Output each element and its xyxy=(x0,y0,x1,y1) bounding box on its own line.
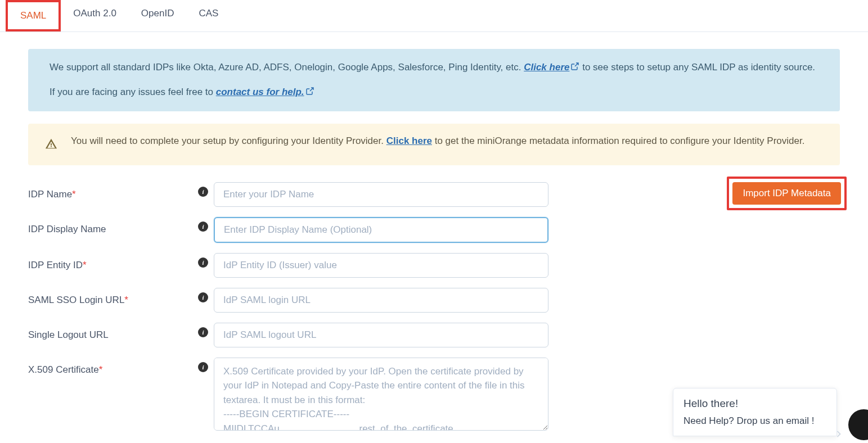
warning-box: You will need to complete your setup by … xyxy=(28,124,840,165)
chat-hello: Hello there! xyxy=(683,397,826,410)
idp-display-name-input[interactable] xyxy=(214,217,548,243)
external-link-icon xyxy=(305,85,314,100)
slo-url-input[interactable] xyxy=(214,323,548,347)
info-icon[interactable]: i xyxy=(198,257,208,268)
idp-entity-id-label: IDP Entity ID xyxy=(28,260,83,270)
warn-text-1: You will need to complete your setup by … xyxy=(71,135,386,146)
chat-message: Need Help? Drop us an email ! xyxy=(683,415,826,427)
chat-popup[interactable]: Hello there! Need Help? Drop us an email… xyxy=(673,388,837,436)
info-box: We support all standard IDPs like Okta, … xyxy=(28,49,840,111)
warning-icon xyxy=(45,137,57,155)
import-highlight: Import IDP Metadata xyxy=(727,177,847,210)
info-text-1: We support all standard IDPs like Okta, … xyxy=(50,62,524,73)
external-link-icon xyxy=(570,61,579,75)
idp-display-name-label: IDP Display Name xyxy=(28,224,106,234)
required-asterisk: * xyxy=(83,260,87,270)
info-icon[interactable]: i xyxy=(198,362,208,372)
tab-saml[interactable]: SAML xyxy=(6,0,61,31)
x509-label: X.509 Certificate xyxy=(28,364,99,375)
info-icon[interactable]: i xyxy=(198,292,208,302)
slo-url-label: Single Logout URL xyxy=(28,329,109,340)
warn-click-here-link[interactable]: Click here xyxy=(386,135,432,146)
tab-cas[interactable]: CAS xyxy=(186,0,231,31)
idp-name-label: IDP Name xyxy=(28,189,72,200)
idp-entity-id-input[interactable] xyxy=(214,253,548,278)
info-icon[interactable]: i xyxy=(198,327,208,337)
chevron-right-icon xyxy=(833,428,844,442)
saml-sso-url-label: SAML SSO Login URL xyxy=(28,295,124,305)
required-asterisk: * xyxy=(99,364,103,375)
tab-openid[interactable]: OpenID xyxy=(129,0,187,31)
content: We support all standard IDPs like Okta, … xyxy=(0,32,868,433)
required-asterisk: * xyxy=(72,189,76,200)
idp-name-input[interactable] xyxy=(214,182,548,207)
contact-us-link[interactable]: contact us for help. xyxy=(216,87,314,97)
tabs-row: SAML OAuth 2.0 OpenID CAS xyxy=(0,0,868,32)
info-text-2: to see steps to setup any SAML IDP as id… xyxy=(582,62,815,73)
info-icon[interactable]: i xyxy=(198,222,208,232)
info-icon[interactable]: i xyxy=(198,187,208,197)
x509-cert-textarea[interactable] xyxy=(214,358,548,431)
required-asterisk: * xyxy=(124,295,128,305)
saml-sso-url-input[interactable] xyxy=(214,288,548,313)
tab-oauth[interactable]: OAuth 2.0 xyxy=(61,0,129,31)
warn-text-2: to get the miniOrange metadata informati… xyxy=(435,135,805,146)
import-idp-metadata-button[interactable]: Import IDP Metadata xyxy=(732,182,841,205)
info-text-3: If you are facing any issues feel free t… xyxy=(50,87,216,97)
click-here-link[interactable]: Click here xyxy=(524,62,579,73)
